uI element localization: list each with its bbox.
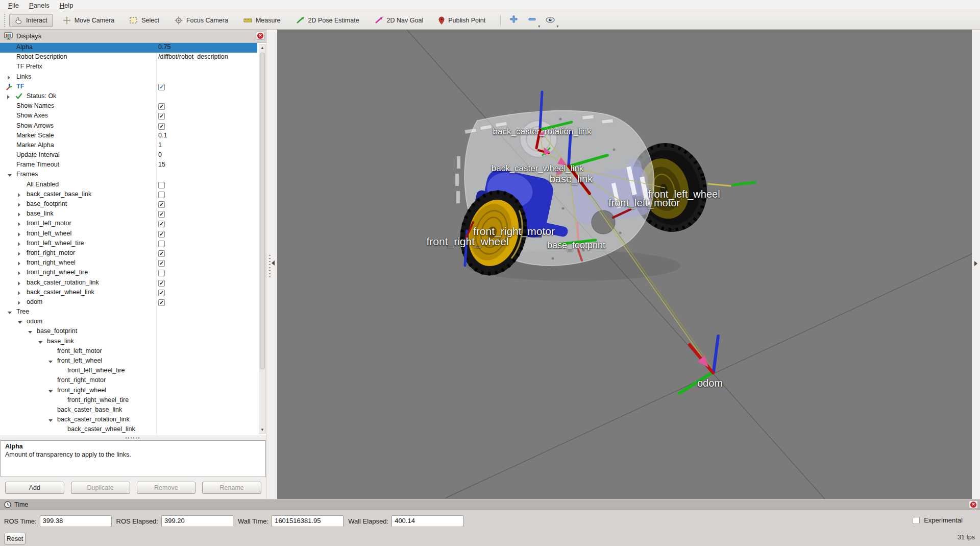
tree-row-front-left-wheel[interactable]: front_left_wheel✓ <box>0 229 257 239</box>
expand-arrow-icon[interactable] <box>8 76 10 80</box>
time-field-input[interactable]: 1601516381.95 <box>272 515 344 527</box>
collapse-arrow-icon[interactable] <box>8 312 12 314</box>
tool-measure[interactable]: Measure <box>238 14 286 27</box>
tree-row-front-left-motor[interactable]: front_left_motor✓ <box>0 219 257 229</box>
tree-row-back-caster-base-link[interactable]: back_caster_base_link <box>0 406 257 415</box>
expand-arrow-icon[interactable] <box>18 193 20 197</box>
tree-row-back-caster-rotation-link[interactable]: back_caster_rotation_link <box>0 415 257 425</box>
checkbox-unchecked[interactable] <box>158 182 165 188</box>
collapse-arrow-icon[interactable] <box>38 341 42 344</box>
tool-publish-point[interactable]: Publish Point <box>433 14 491 27</box>
property-value[interactable]: 0.1 <box>158 132 167 139</box>
tool-2d-nav-goal[interactable]: 2D Nav Goal <box>369 14 429 27</box>
scroll-up-icon[interactable]: ▲ <box>259 45 265 51</box>
tree-row-front-right-wheel[interactable]: front_right_wheel✓ <box>0 258 257 268</box>
displays-close-button[interactable]: ✕ <box>256 32 265 40</box>
remove-button[interactable]: Remove <box>137 482 196 494</box>
tree-row-frames[interactable]: Frames <box>0 170 257 180</box>
expand-arrow-icon[interactable] <box>18 203 20 207</box>
checkbox-checked[interactable]: ✓ <box>158 260 165 267</box>
tree-row-front-right-wheel[interactable]: front_right_wheel <box>0 386 257 396</box>
tree-row-front-right-wheel-tire[interactable]: front_right_wheel_tire <box>0 396 257 406</box>
time-panel-header[interactable]: Time ✕ <box>0 499 980 510</box>
property-value[interactable]: 1 <box>158 141 162 149</box>
tree-row-front-left-wheel[interactable]: front_left_wheel <box>0 357 257 366</box>
checkbox-checked[interactable]: ✓ <box>158 113 165 120</box>
tree-scrollbar[interactable]: ▲ ▼ <box>259 44 266 434</box>
tree-row-front-left-wheel-tire[interactable]: front_left_wheel_tire <box>0 239 257 249</box>
tool-select[interactable]: Select <box>124 14 165 27</box>
property-value[interactable]: 15 <box>158 161 165 168</box>
rename-button[interactable]: Rename <box>202 482 261 494</box>
tree-row-front-right-motor[interactable]: front_right_motor✓ <box>0 249 257 258</box>
expand-arrow-icon[interactable] <box>18 212 20 217</box>
checkbox-checked[interactable]: ✓ <box>158 231 165 238</box>
tree-row-front-right-wheel-tire[interactable]: front_right_wheel_tire <box>0 268 257 278</box>
expand-arrow-icon[interactable] <box>7 95 10 99</box>
remove-tool-button[interactable]: ▾ <box>524 14 540 27</box>
experimental-checkbox[interactable] <box>913 517 920 524</box>
tree-row-base-footprint[interactable]: base_footprint✓ <box>0 200 257 209</box>
tree-row-status-ok[interactable]: Status: Ok <box>0 92 257 102</box>
dropdown-arrow-icon[interactable]: ▾ <box>538 24 540 29</box>
checkbox-checked[interactable]: ✓ <box>158 250 165 257</box>
experimental-checkbox-group[interactable]: Experimental <box>913 516 963 524</box>
tree-row-back-caster-wheel-link[interactable]: back_caster_wheel_link <box>0 425 257 435</box>
right-panel-strip[interactable] <box>972 30 980 499</box>
collapse-arrow-icon[interactable] <box>8 174 12 177</box>
tree-row-base-footprint[interactable]: base_footprint <box>0 327 257 337</box>
tool-visibility-button[interactable]: ▾ <box>543 14 558 27</box>
description-splitter[interactable] <box>0 435 266 440</box>
time-close-button[interactable]: ✕ <box>969 501 978 509</box>
tree-row-links[interactable]: Links <box>0 73 257 82</box>
checkbox-checked[interactable]: ✓ <box>158 103 165 110</box>
displays-panel-header[interactable]: Displays ✕ <box>0 30 266 43</box>
time-field-input[interactable]: 400.14 <box>391 515 463 527</box>
collapse-left-icon[interactable] <box>272 260 275 266</box>
time-field-input[interactable]: 399.38 <box>40 515 112 527</box>
tree-row-marker-scale[interactable]: Marker Scale0.1 <box>0 131 257 141</box>
tree-row-back-caster-rotation-link[interactable]: back_caster_rotation_link✓ <box>0 278 257 288</box>
expand-arrow-icon[interactable] <box>18 262 20 266</box>
scroll-down-icon[interactable]: ▼ <box>259 427 265 433</box>
checkbox-unchecked[interactable] <box>158 241 165 247</box>
duplicate-button[interactable]: Duplicate <box>71 482 130 494</box>
tree-row-tf-prefix[interactable]: TF Prefix <box>0 62 257 72</box>
tree-row-robot-description[interactable]: Robot Description/diffbot/robot_descript… <box>0 53 257 62</box>
property-value[interactable]: /diffbot/robot_description <box>158 53 228 60</box>
checkbox-unchecked[interactable] <box>158 270 165 276</box>
menu-item-file[interactable]: File <box>3 1 24 10</box>
expand-arrow-icon[interactable] <box>18 281 20 286</box>
tree-row-tree[interactable]: Tree <box>0 307 257 317</box>
tree-row-show-arrows[interactable]: Show Arrows✓ <box>0 122 257 131</box>
checkbox-unchecked[interactable] <box>158 192 165 198</box>
collapse-right-icon[interactable] <box>974 261 977 266</box>
collapse-arrow-icon[interactable] <box>28 331 32 334</box>
menu-item-panels[interactable]: Panels <box>24 1 55 10</box>
tree-row-all-enabled[interactable]: All Enabled <box>0 180 257 190</box>
tree-row-frame-timeout[interactable]: Frame Timeout15 <box>0 160 257 170</box>
expand-arrow-icon[interactable] <box>18 222 20 226</box>
tool-move-camera[interactable]: Move Camera <box>57 14 120 27</box>
tree-row-show-names[interactable]: Show Names✓ <box>0 102 257 111</box>
expand-arrow-icon[interactable] <box>18 242 20 246</box>
collapse-arrow-icon[interactable] <box>18 321 22 324</box>
collapse-arrow-icon[interactable] <box>48 390 53 393</box>
property-value[interactable]: 0.75 <box>158 43 170 51</box>
tree-row-odom[interactable]: odom✓ <box>0 298 257 307</box>
toolbar-drag-handle[interactable] <box>3 14 6 27</box>
checkbox-checked[interactable]: ✓ <box>158 221 165 227</box>
tree-row-update-interval[interactable]: Update Interval0 <box>0 151 257 160</box>
checkbox-checked[interactable]: ✓ <box>158 84 165 90</box>
tool-interact[interactable]: Interact <box>9 14 53 27</box>
tree-row-marker-alpha[interactable]: Marker Alpha1 <box>0 141 257 151</box>
checkbox-checked[interactable]: ✓ <box>158 280 165 287</box>
checkbox-checked[interactable]: ✓ <box>158 211 165 218</box>
panel-viewport-splitter[interactable] <box>266 30 277 499</box>
tree-row-tf[interactable]: TF✓ <box>0 82 257 92</box>
tree-row-show-axes[interactable]: Show Axes✓ <box>0 111 257 121</box>
expand-arrow-icon[interactable] <box>18 232 20 236</box>
checkbox-checked[interactable]: ✓ <box>158 299 165 306</box>
collapse-arrow-icon[interactable] <box>48 419 53 422</box>
checkbox-checked[interactable]: ✓ <box>158 290 165 296</box>
